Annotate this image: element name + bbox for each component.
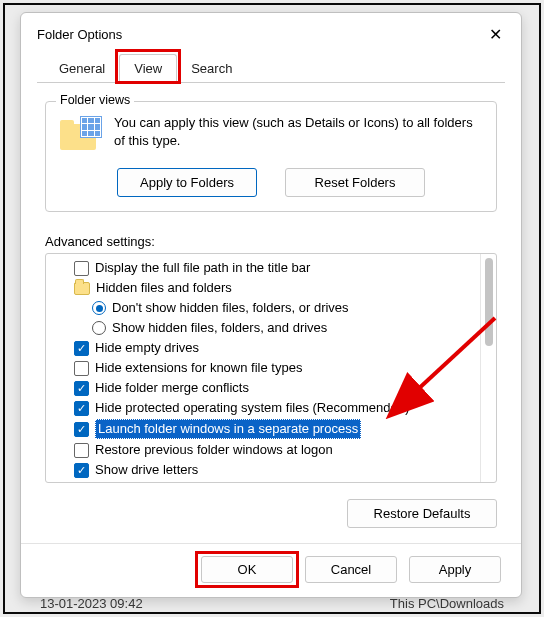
list-item[interactable]: Hide protected operating system files (R…	[48, 398, 478, 418]
reset-folders-button[interactable]: Reset Folders	[285, 168, 425, 197]
list-item-label: Hide empty drives	[95, 339, 199, 357]
list-item[interactable]: Hide empty drives	[48, 338, 478, 358]
advanced-settings-box: Display the full file path in the title …	[45, 253, 497, 483]
tab-view-label: View	[134, 61, 162, 76]
checkbox[interactable]	[74, 341, 89, 356]
list-item-label: Show drive letters	[95, 461, 198, 479]
cancel-button[interactable]: Cancel	[305, 556, 397, 583]
tabs: General View Search	[37, 54, 505, 83]
apply-button[interactable]: Apply	[409, 556, 501, 583]
list-item-label: Hide protected operating system files (R…	[95, 399, 409, 417]
folder-views-icon	[60, 118, 100, 156]
list-item[interactable]: Don't show hidden files, folders, or dri…	[48, 298, 478, 318]
tab-search-label: Search	[191, 61, 232, 76]
advanced-settings-label: Advanced settings:	[45, 234, 497, 249]
tab-content: Folder views You can apply this view (su…	[21, 83, 521, 543]
folder-views-legend: Folder views	[56, 93, 134, 107]
list-item[interactable]: Show encrypted or compressed NTFS files …	[48, 480, 478, 482]
tab-view[interactable]: View	[119, 54, 177, 83]
apply-to-folders-button[interactable]: Apply to Folders	[117, 168, 257, 197]
cancel-label: Cancel	[331, 562, 371, 577]
list-item[interactable]: Launch folder windows in a separate proc…	[48, 418, 478, 440]
list-item-label: Launch folder windows in a separate proc…	[95, 419, 361, 439]
list-item[interactable]: Hide folder merge conflicts	[48, 378, 478, 398]
list-item-label: Display the full file path in the title …	[95, 259, 310, 277]
list-item[interactable]: Show hidden files, folders, and drives	[48, 318, 478, 338]
folder-views-text: You can apply this view (such as Details…	[114, 114, 482, 149]
checkbox[interactable]	[74, 422, 89, 437]
radio[interactable]	[92, 321, 106, 335]
list-item[interactable]: Display the full file path in the title …	[48, 258, 478, 278]
restore-defaults-label: Restore Defaults	[374, 506, 471, 521]
checkbox[interactable]	[74, 381, 89, 396]
folder-icon	[74, 282, 90, 295]
list-item-label: Show encrypted or compressed NTFS files …	[95, 481, 388, 482]
bg-location: This PC\Downloads	[390, 596, 504, 611]
titlebar: Folder Options ✕	[21, 13, 521, 54]
tab-search[interactable]: Search	[177, 55, 246, 82]
checkbox[interactable]	[74, 443, 89, 458]
ok-button[interactable]: OK	[201, 556, 293, 583]
scroll-thumb[interactable]	[485, 258, 493, 346]
list-item-label: Restore previous folder windows at logon	[95, 441, 333, 459]
dialog-buttons: OK Cancel Apply	[21, 543, 521, 597]
apply-to-folders-label: Apply to Folders	[140, 175, 234, 190]
tab-general[interactable]: General	[45, 55, 119, 82]
checkbox[interactable]	[74, 361, 89, 376]
list-item-label: Don't show hidden files, folders, or dri…	[112, 299, 349, 317]
list-item-label: Hide folder merge conflicts	[95, 379, 249, 397]
restore-defaults-button[interactable]: Restore Defaults	[347, 499, 497, 528]
window-title: Folder Options	[37, 27, 122, 42]
checkbox[interactable]	[74, 401, 89, 416]
checkbox[interactable]	[74, 261, 89, 276]
list-item-label: Show hidden files, folders, and drives	[112, 319, 327, 337]
tab-general-label: General	[59, 61, 105, 76]
apply-label: Apply	[439, 562, 472, 577]
reset-folders-label: Reset Folders	[315, 175, 396, 190]
background-statusbar: 13-01-2023 09:42 This PC\Downloads	[0, 596, 544, 611]
checkbox[interactable]	[74, 463, 89, 478]
bg-date: 13-01-2023 09:42	[40, 596, 143, 611]
list-item[interactable]: Restore previous folder windows at logon	[48, 440, 478, 460]
list-item-label: Hide extensions for known file types	[95, 359, 302, 377]
advanced-settings-list: Display the full file path in the title …	[46, 254, 480, 482]
close-icon[interactable]: ✕	[485, 25, 505, 44]
list-item[interactable]: Show drive letters	[48, 460, 478, 480]
scrollbar[interactable]	[480, 254, 496, 482]
list-item[interactable]: Hide extensions for known file types	[48, 358, 478, 378]
folder-options-dialog: Folder Options ✕ General View Search Fol…	[20, 12, 522, 598]
list-item[interactable]: Hidden files and folders	[48, 278, 478, 298]
folder-views-group: Folder views You can apply this view (su…	[45, 101, 497, 212]
radio[interactable]	[92, 301, 106, 315]
ok-label: OK	[238, 562, 257, 577]
list-item-label: Hidden files and folders	[96, 279, 232, 297]
